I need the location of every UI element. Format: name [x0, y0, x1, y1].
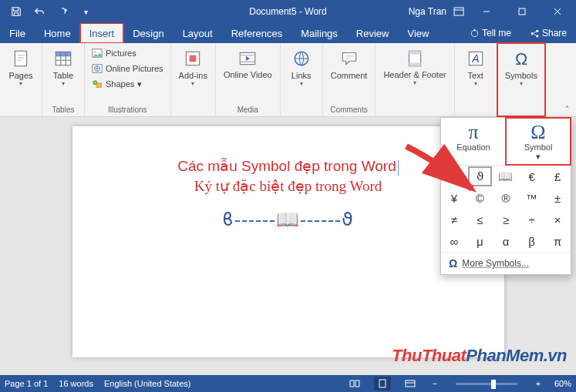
- tab-review[interactable]: Review: [347, 23, 399, 43]
- qat-customize-button[interactable]: ▾: [76, 2, 96, 22]
- group-label-addins: [192, 106, 194, 115]
- symbol-cell[interactable]: ¥: [441, 187, 467, 209]
- symbol-cell[interactable]: 📖: [493, 166, 519, 187]
- pictures-button[interactable]: Pictures: [89, 46, 166, 60]
- tab-home[interactable]: Home: [35, 23, 80, 43]
- text-button[interactable]: A Text▾: [460, 46, 492, 89]
- svg-rect-17: [190, 55, 197, 62]
- symbol-grid: ϐ ϑ 📖 € £ ¥ © ® ™ ± ≠ ≤ ≥ ÷ × ∞ μ α β π: [441, 166, 571, 252]
- symbol-cell[interactable]: ©: [467, 187, 493, 209]
- collapse-ribbon-button[interactable]: ˄: [561, 102, 573, 115]
- svg-point-5: [531, 32, 534, 34]
- tab-file[interactable]: File: [0, 23, 35, 43]
- omega-icon: Ω: [510, 48, 532, 69]
- symbol-cell[interactable]: α: [493, 230, 519, 252]
- tab-view[interactable]: View: [398, 23, 438, 43]
- symbol-cell[interactable]: ϐ: [441, 166, 467, 187]
- status-page[interactable]: Page 1 of 1: [5, 379, 48, 388]
- symbol-cell[interactable]: ≥: [493, 209, 519, 230]
- document-page[interactable]: Các mẫu Symbol đẹp trong Word Ký tự đặc …: [72, 126, 504, 357]
- status-words[interactable]: 16 words: [59, 379, 93, 388]
- table-icon: [52, 48, 74, 69]
- tab-references[interactable]: References: [222, 23, 291, 43]
- omega-icon-2: Ω: [506, 122, 571, 142]
- zoom-level[interactable]: 60%: [554, 379, 571, 388]
- tab-layout[interactable]: Layout: [173, 23, 222, 43]
- symbol-label: Symbol: [506, 142, 571, 152]
- addins-button[interactable]: Add-ins▾: [176, 46, 211, 89]
- group-label-comments: Comments: [330, 106, 367, 115]
- symbol-cell[interactable]: ®: [493, 187, 519, 209]
- symbol-cell[interactable]: ≠: [441, 209, 467, 230]
- zoom-slider[interactable]: [456, 383, 517, 385]
- group-label-tables: Tables: [52, 106, 75, 115]
- more-symbols-label: More Symbols...: [462, 258, 529, 269]
- symbol-cell[interactable]: ≤: [467, 209, 493, 230]
- online-pictures-button[interactable]: Online Pictures: [89, 62, 166, 75]
- undo-button[interactable]: [29, 2, 49, 22]
- tab-share[interactable]: Share: [520, 23, 576, 43]
- ribbon-options-icon[interactable]: [451, 4, 467, 19]
- group-media: Online Video Media: [216, 43, 281, 116]
- maximize-button[interactable]: [507, 0, 537, 23]
- svg-rect-9: [56, 52, 71, 55]
- symbol-cell[interactable]: £: [544, 166, 571, 187]
- symbol-cell[interactable]: ∞: [441, 230, 467, 252]
- save-button[interactable]: [6, 2, 26, 22]
- symbol-cell[interactable]: ™: [519, 187, 545, 209]
- equation-button[interactable]: π Equation: [441, 118, 506, 165]
- symbol-cell[interactable]: ×: [544, 209, 571, 230]
- zoom-out-button[interactable]: −: [429, 379, 440, 388]
- symbol-cell[interactable]: ÷: [519, 209, 545, 230]
- minimize-button[interactable]: [471, 0, 502, 23]
- zoom-thumb[interactable]: [491, 380, 496, 389]
- read-mode-button[interactable]: [346, 377, 363, 390]
- group-label-hf: [414, 106, 416, 115]
- links-button[interactable]: Links▾: [285, 46, 318, 89]
- group-label-text: [474, 106, 477, 115]
- svg-text:A: A: [471, 52, 479, 65]
- online-video-button[interactable]: Online Video: [221, 46, 275, 81]
- tab-tellme[interactable]: Tell me: [460, 23, 520, 43]
- close-button[interactable]: [542, 0, 573, 23]
- symbols-button[interactable]: Ω Symbols▾: [502, 46, 541, 89]
- text-cursor: [398, 160, 399, 176]
- symbol-cell[interactable]: €: [519, 166, 545, 187]
- shapes-button[interactable]: Shapes ▾: [89, 77, 166, 91]
- table-button[interactable]: Table▾: [47, 46, 79, 89]
- symbol-cell[interactable]: μ: [467, 230, 493, 252]
- addins-label: Add-ins: [179, 71, 207, 80]
- svg-rect-7: [15, 51, 26, 66]
- web-layout-button[interactable]: [402, 377, 419, 390]
- symbol-cell[interactable]: ϑ: [467, 166, 493, 187]
- symbol-cell[interactable]: π: [544, 230, 571, 252]
- symbol-dropdown-panel: π Equation Ω Symbol▾ ϐ ϑ 📖 € £ ¥ © ® ™ ±…: [440, 117, 571, 275]
- ribbon-body: Pages▾ Table▾ Tables Pictures Online Pic…: [0, 43, 576, 117]
- share-label: Share: [542, 28, 567, 39]
- links-label: Links: [291, 71, 312, 80]
- group-header-footer: Header & Footer▾: [376, 43, 454, 116]
- user-name[interactable]: Nga Tran: [409, 6, 446, 17]
- tab-insert[interactable]: Insert: [80, 23, 124, 43]
- tab-mailings[interactable]: Mailings: [291, 23, 347, 43]
- svg-rect-15: [96, 83, 101, 87]
- comment-icon: [339, 48, 360, 69]
- zoom-in-button[interactable]: +: [533, 379, 544, 388]
- symbol-cell[interactable]: ±: [544, 187, 571, 209]
- doc-line-1: Các mẫu Symbol đẹp trong Word: [119, 157, 458, 176]
- pages-button[interactable]: Pages▾: [5, 46, 37, 89]
- svg-point-4: [536, 29, 538, 32]
- group-label-illustrations: Illustrations: [108, 106, 147, 115]
- document-title: Document5 - Word: [249, 6, 326, 17]
- tab-design[interactable]: Design: [123, 23, 173, 43]
- symbol-button[interactable]: Ω Symbol▾: [506, 118, 571, 165]
- group-pages: Pages▾: [0, 43, 42, 116]
- print-layout-button[interactable]: [374, 377, 391, 390]
- header-footer-button[interactable]: Header & Footer▾: [380, 46, 449, 88]
- pi-icon: π: [441, 122, 506, 142]
- status-language[interactable]: English (United States): [104, 379, 191, 388]
- comment-button[interactable]: Comment: [328, 46, 371, 82]
- redo-button[interactable]: [52, 2, 72, 22]
- more-symbols-button[interactable]: Ω More Symbols...: [441, 252, 571, 274]
- symbol-cell[interactable]: β: [519, 230, 545, 252]
